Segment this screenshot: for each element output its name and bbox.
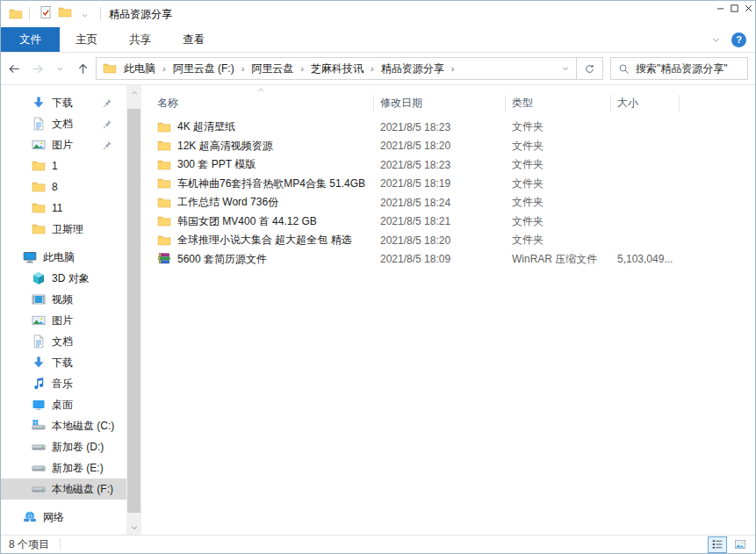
download-arrow-icon xyxy=(32,356,46,370)
sidebar-item-drive-c[interactable]: 本地磁盘 (C:) xyxy=(1,415,126,436)
file-name-cell[interactable]: 车机神曲76套抖音热歌MP4合集 51.4GB xyxy=(155,176,374,191)
sidebar-item-qa-folder-wesley[interactable]: 卫斯理 xyxy=(1,219,126,240)
sidebar-item-label: 新加卷 (E:) xyxy=(52,461,104,476)
recent-pages-button[interactable] xyxy=(50,58,69,79)
sidebar-item-downloads[interactable]: 下载 xyxy=(1,352,126,373)
search-input[interactable] xyxy=(636,62,744,75)
tab-share[interactable]: 共享 xyxy=(113,27,167,52)
file-name-cell[interactable]: 4K 超清壁纸 xyxy=(155,119,374,134)
sidebar-item-desktop[interactable]: 桌面 xyxy=(1,394,126,415)
column-header-name[interactable]: 名称 xyxy=(155,95,374,112)
forward-button[interactable] xyxy=(27,58,47,79)
scroll-up-icon[interactable] xyxy=(126,85,141,100)
table-row[interactable]: 5600 套简历源文件 2021/8/5 18:09 WinRAR 压缩文件 5… xyxy=(155,250,755,270)
sidebar-item-drive-d[interactable]: 新加卷 (D:) xyxy=(1,436,126,457)
expand-ribbon-icon[interactable] xyxy=(711,35,721,45)
table-row[interactable]: 12K 超高清视频资源 2021/8/5 18:20 文件夹 xyxy=(155,137,755,156)
status-bar: 8 个项目 xyxy=(1,535,755,553)
folder-icon xyxy=(157,158,171,172)
cube-icon xyxy=(32,271,46,285)
sidebar-item-this-pc[interactable]: 此电脑 xyxy=(1,247,126,268)
sidebar-item-3d-objects[interactable]: 3D 对象 xyxy=(1,268,126,289)
new-folder-button[interactable] xyxy=(58,5,72,19)
breadcrumb-chevron-icon[interactable]: › xyxy=(449,63,457,74)
file-name: 300 套 PPT 模版 xyxy=(177,157,256,172)
breadcrumb-chevron-icon[interactable]: › xyxy=(160,63,169,74)
up-button[interactable] xyxy=(73,58,92,79)
column-header-type[interactable]: 类型 xyxy=(506,95,611,112)
file-type-cell: 文件夹 xyxy=(506,195,611,210)
breadcrumb-chevron-icon[interactable]: › xyxy=(368,63,377,74)
thumbnail-view-button[interactable] xyxy=(731,536,750,553)
sidebar-item-network[interactable]: 网络 xyxy=(1,507,126,528)
window-title: 精品资源分享 xyxy=(109,7,172,22)
close-button[interactable] xyxy=(741,1,755,15)
file-name-cell[interactable]: 5600 套简历源文件 xyxy=(155,252,374,267)
sidebar-item-qa-folder-8[interactable]: 8 xyxy=(1,176,126,198)
file-name-cell[interactable]: 工作总结 Word 736份 xyxy=(155,195,374,210)
file-name-cell[interactable]: 韩国女团 MV400 首 44.12 GB xyxy=(155,214,374,229)
maximize-button[interactable] xyxy=(727,1,741,15)
table-row[interactable]: 300 套 PPT 模版 2021/8/5 18:23 文件夹 xyxy=(155,155,755,175)
breadcrumb-chevron-icon[interactable]: › xyxy=(239,63,248,74)
sidebar-item-documents[interactable]: 文档 xyxy=(1,331,126,352)
refresh-icon[interactable] xyxy=(576,58,602,79)
sidebar-item-label: 11 xyxy=(52,202,62,214)
table-row[interactable]: 全球推理小说大集合 超大超全包 精选 2021/8/5 18:20 文件夹 xyxy=(155,231,755,250)
folder-icon xyxy=(157,196,171,210)
main-area: 下载 文档 图片 1 8 11 卫斯理 此电脑 3D 对象 xyxy=(1,85,755,535)
file-name: 5600 套简历源文件 xyxy=(177,252,267,267)
table-row[interactable]: 韩国女团 MV400 首 44.12 GB 2021/8/5 18:21 文件夹 xyxy=(155,212,755,232)
sidebar-item-drive-e[interactable]: 新加卷 (E:) xyxy=(1,457,126,478)
file-name-cell[interactable]: 12K 超高清视频资源 xyxy=(155,139,374,154)
minimize-button[interactable] xyxy=(713,1,727,15)
navigation-pane: 下载 文档 图片 1 8 11 卫斯理 此电脑 3D 对象 xyxy=(1,85,126,535)
sidebar-item-drive-f[interactable]: 本地磁盘 (F:) xyxy=(1,478,126,500)
sidebar-item-label: 8 xyxy=(52,181,58,193)
breadcrumb-segment[interactable]: 芝麻科技讯 xyxy=(306,61,368,76)
sidebar-item-qa-pictures[interactable]: 图片 xyxy=(1,134,126,155)
search-box[interactable] xyxy=(610,57,748,80)
breadcrumb-segment[interactable]: 精品资源分享 xyxy=(377,61,449,76)
scrollbar-thumb[interactable] xyxy=(127,109,140,513)
breadcrumb-segment[interactable]: 阿里云盘 xyxy=(247,61,298,76)
file-name-cell[interactable]: 全球推理小说大集合 超大超全包 精选 xyxy=(155,233,374,248)
tab-home[interactable]: 主页 xyxy=(60,27,113,52)
sidebar-item-qa-downloads[interactable]: 下载 xyxy=(1,92,126,113)
sidebar-item-videos[interactable]: 视频 xyxy=(1,289,126,310)
table-row[interactable]: 车机神曲76套抖音热歌MP4合集 51.4GB 2021/8/5 18:19 文… xyxy=(155,175,755,194)
sidebar-item-qa-folder-11[interactable]: 11 xyxy=(1,198,126,219)
back-button[interactable] xyxy=(4,58,24,79)
sidebar-item-pictures[interactable]: 图片 xyxy=(1,310,126,331)
breadcrumb-chevron-icon[interactable]: › xyxy=(298,63,306,74)
file-date-cell: 2021/8/5 18:20 xyxy=(374,234,506,247)
folder-icon xyxy=(157,176,171,191)
sidebar-item-label: 下载 xyxy=(52,356,73,371)
tab-file[interactable]: 文件 xyxy=(1,27,60,52)
pin-icon xyxy=(99,96,113,110)
sidebar-item-music[interactable]: 音乐 xyxy=(1,373,126,394)
sidebar-item-qa-folder-1[interactable]: 1 xyxy=(1,155,126,176)
address-field[interactable]: 此电脑›阿里云盘 (F:)›阿里云盘›芝麻科技讯›精品资源分享› xyxy=(96,57,603,80)
file-name-cell[interactable]: 300 套 PPT 模版 xyxy=(155,157,374,172)
customize-toolbar-button[interactable] xyxy=(77,9,91,23)
breadcrumb-segment[interactable]: 此电脑 xyxy=(119,61,160,76)
details-view-button[interactable] xyxy=(708,536,727,553)
tab-view[interactable]: 查看 xyxy=(167,27,220,52)
sidebar-item-qa-documents[interactable]: 文档 xyxy=(1,113,126,134)
help-icon[interactable]: ? xyxy=(731,32,746,47)
column-header-date[interactable]: 修改日期 xyxy=(374,95,506,112)
file-explorer-window: 精品资源分享 文件主页共享查看 ? 此电脑›阿里云盘 (F:)›阿里云盘›芝麻科… xyxy=(0,0,756,554)
table-row[interactable]: 工作总结 Word 736份 2021/8/5 18:24 文件夹 xyxy=(155,193,755,212)
address-dropdown-icon[interactable] xyxy=(555,58,576,79)
scroll-down-icon[interactable] xyxy=(126,520,141,535)
location-folder-icon xyxy=(103,61,117,76)
table-row[interactable]: 4K 超清壁纸 2021/8/5 18:23 文件夹 xyxy=(155,118,755,137)
file-name: 4K 超清壁纸 xyxy=(177,119,235,134)
breadcrumb-segment[interactable]: 阿里云盘 (F:) xyxy=(169,61,239,76)
sort-ascending-icon xyxy=(256,86,266,94)
file-rows: 4K 超清壁纸 2021/8/5 18:23 文件夹 12K 超高清视频资源 2… xyxy=(155,118,755,269)
sidebar-scrollbar[interactable] xyxy=(126,85,141,535)
column-header-size[interactable]: 大小 xyxy=(611,95,680,112)
properties-button[interactable] xyxy=(39,5,53,19)
